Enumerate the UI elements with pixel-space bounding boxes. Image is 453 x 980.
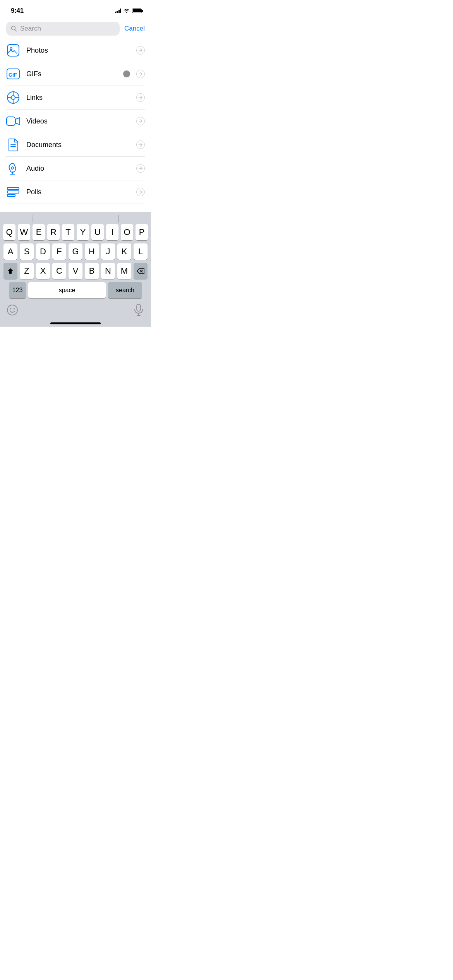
key-d[interactable]: D	[36, 243, 50, 260]
key-f[interactable]: F	[52, 243, 66, 260]
keyboard-handles	[0, 212, 151, 224]
wifi-icon	[124, 9, 130, 13]
key-c[interactable]: C	[52, 263, 66, 279]
gifs-icon: GIF	[6, 67, 20, 81]
gifs-badge	[123, 70, 130, 77]
polls-arrow	[136, 188, 145, 196]
key-y[interactable]: Y	[77, 224, 89, 240]
list-item-gifs[interactable]: GIF GIFs	[6, 62, 145, 86]
emoji-key[interactable]	[5, 302, 20, 318]
svg-line-1	[15, 30, 17, 31]
svg-rect-20	[7, 194, 15, 197]
links-arrow	[136, 93, 145, 102]
svg-text:GIF: GIF	[9, 72, 17, 78]
shift-key[interactable]	[3, 263, 17, 279]
key-e[interactable]: E	[33, 224, 45, 240]
list-container: Photos GIF GIFs	[0, 39, 151, 204]
search-input[interactable]	[20, 25, 115, 33]
documents-icon	[6, 138, 20, 152]
list-item-links[interactable]: Links	[6, 86, 145, 110]
key-o[interactable]: O	[121, 224, 133, 240]
audio-icon	[6, 161, 20, 175]
links-icon	[6, 91, 20, 105]
keyboard-row-2: A S D F G H J K L	[2, 243, 149, 260]
key-m[interactable]: M	[117, 263, 131, 279]
keyboard-row-4: 123 space search	[2, 282, 149, 298]
list-item-polls[interactable]: Polls	[6, 180, 145, 204]
key-n[interactable]: N	[101, 263, 115, 279]
key-h[interactable]: H	[85, 243, 99, 260]
svg-rect-26	[137, 304, 141, 311]
handle-left	[33, 215, 33, 223]
svg-point-15	[11, 167, 14, 169]
mic-key[interactable]	[131, 302, 146, 318]
svg-point-24	[10, 308, 12, 310]
polls-label: Polls	[26, 188, 130, 196]
list-item-videos[interactable]: Videos	[6, 110, 145, 133]
svg-rect-19	[7, 191, 19, 193]
home-indicator	[0, 321, 151, 327]
keyboard-row-1: Q W E R T Y U I O P	[2, 224, 149, 240]
keyboard-bottom-row	[0, 300, 151, 321]
signal-icon	[115, 9, 122, 13]
delete-key[interactable]	[134, 263, 148, 279]
key-l[interactable]: L	[134, 243, 148, 260]
keyboard-row-3: Z X C V B N M	[2, 263, 149, 279]
svg-rect-18	[7, 187, 19, 190]
photos-icon	[6, 43, 20, 57]
key-a[interactable]: A	[3, 243, 17, 260]
home-bar	[50, 322, 101, 324]
status-icons	[115, 9, 144, 13]
key-x[interactable]: X	[36, 263, 50, 279]
svg-point-25	[14, 308, 15, 310]
battery-icon	[132, 9, 143, 13]
videos-label: Videos	[26, 117, 130, 125]
key-q[interactable]: Q	[3, 224, 15, 240]
audio-label: Audio	[26, 164, 130, 173]
status-time: 9:41	[11, 7, 24, 15]
svg-rect-12	[7, 117, 15, 125]
numbers-key[interactable]: 123	[9, 282, 26, 298]
key-r[interactable]: R	[47, 224, 60, 240]
audio-arrow	[136, 164, 145, 173]
key-g[interactable]: G	[69, 243, 82, 260]
videos-arrow	[136, 117, 145, 125]
key-b[interactable]: B	[85, 263, 99, 279]
key-i[interactable]: I	[106, 224, 118, 240]
keyboard: Q W E R T Y U I O P A S D F G H J K L	[0, 212, 151, 327]
key-p[interactable]: P	[136, 224, 148, 240]
svg-point-7	[11, 96, 15, 99]
photos-label: Photos	[26, 46, 130, 55]
search-icon	[11, 26, 17, 32]
search-container: Cancel	[0, 19, 151, 39]
key-k[interactable]: K	[117, 243, 131, 260]
polls-icon	[6, 185, 20, 199]
cancel-button[interactable]: Cancel	[124, 23, 145, 34]
svg-rect-2	[7, 45, 19, 56]
gifs-arrow	[136, 70, 145, 78]
svg-point-23	[7, 305, 17, 315]
svg-point-3	[10, 48, 12, 50]
key-j[interactable]: J	[101, 243, 115, 260]
key-u[interactable]: U	[91, 224, 104, 240]
key-s[interactable]: S	[20, 243, 34, 260]
key-t[interactable]: T	[62, 224, 74, 240]
keyboard-rows: Q W E R T Y U I O P A S D F G H J K L	[0, 224, 151, 300]
key-z[interactable]: Z	[20, 263, 34, 279]
status-bar: 9:41	[0, 0, 151, 19]
key-v[interactable]: V	[69, 263, 82, 279]
search-key[interactable]: search	[108, 282, 142, 298]
gifs-label: GIFs	[26, 70, 117, 78]
search-bar[interactable]	[6, 22, 120, 36]
key-w[interactable]: W	[18, 224, 30, 240]
handle-right	[118, 215, 119, 223]
space-key[interactable]: space	[28, 282, 106, 298]
videos-icon	[6, 114, 20, 128]
list-item-documents[interactable]: Documents	[6, 133, 145, 157]
list-item-audio[interactable]: Audio	[6, 157, 145, 180]
documents-label: Documents	[26, 141, 130, 149]
documents-arrow	[136, 140, 145, 149]
links-label: Links	[26, 94, 130, 102]
list-item-photos[interactable]: Photos	[6, 39, 145, 62]
photos-arrow	[136, 46, 145, 55]
